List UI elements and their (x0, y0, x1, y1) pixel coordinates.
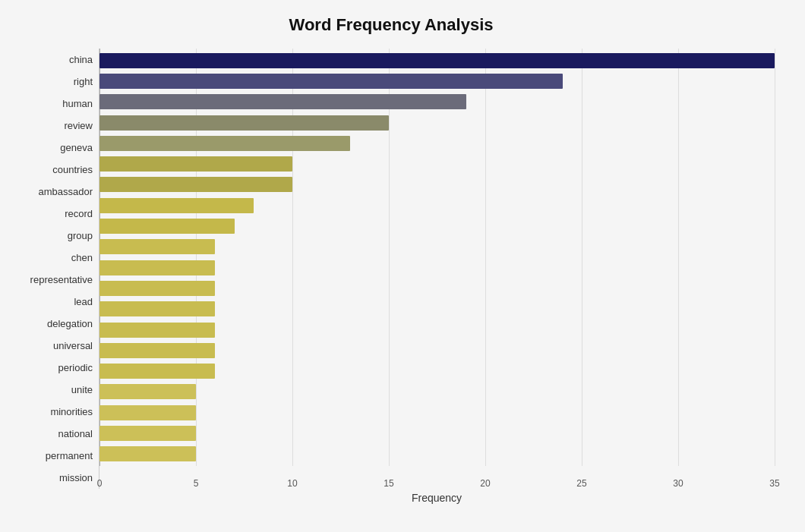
x-axis-labels: 05101520253035 (99, 467, 775, 489)
bar (99, 177, 292, 192)
bar-row (99, 299, 775, 319)
y-label: minorities (8, 402, 93, 422)
y-label: right (8, 72, 93, 92)
x-tick-label: 20 (480, 478, 490, 489)
bar (99, 260, 215, 275)
bars-wrapper (99, 49, 775, 466)
bar (99, 343, 215, 358)
chart-title: Word Frequency Analysis (8, 15, 775, 35)
y-label: group (8, 226, 93, 246)
y-label: national (8, 424, 93, 444)
bar-row (99, 134, 775, 153)
x-tick-label: 30 (673, 478, 683, 489)
bar-row (99, 71, 775, 91)
bar (99, 136, 350, 151)
bar (99, 156, 292, 172)
x-tick-label: 10 (287, 478, 297, 489)
y-label: delegation (8, 314, 93, 334)
x-tick-label: 15 (384, 478, 393, 489)
y-label: chen (8, 248, 93, 268)
bar-row (99, 444, 775, 464)
y-label: geneva (8, 138, 93, 158)
y-label: periodic (8, 358, 93, 378)
y-label: ambassador (8, 182, 93, 202)
x-tick-label: 0 (97, 478, 103, 489)
bar (99, 239, 215, 254)
bar-row (99, 341, 775, 360)
y-label: representative (8, 270, 93, 290)
bar-row (99, 196, 775, 216)
bar-row (99, 51, 775, 71)
x-axis-title: Frequency (99, 492, 775, 504)
y-label: review (8, 116, 93, 136)
grid-line (775, 49, 775, 466)
bar (99, 94, 466, 109)
bar (99, 364, 215, 379)
bar (99, 301, 215, 316)
y-label: universal (8, 336, 93, 356)
bar-row (99, 361, 775, 381)
bar-row (99, 175, 775, 194)
bar (99, 405, 196, 420)
y-label: human (8, 94, 93, 114)
bar-row (99, 320, 775, 340)
bar (99, 53, 775, 68)
bar-row (99, 113, 775, 133)
bar (99, 74, 563, 89)
bar (99, 323, 215, 338)
y-axis: chinarighthumanreviewgenevacountriesamba… (8, 49, 99, 489)
bar-row (99, 279, 775, 298)
bars-and-grid: 05101520253035 (99, 49, 775, 489)
y-label: record (8, 204, 93, 224)
x-tick-label: 35 (769, 478, 779, 489)
bar (99, 426, 196, 441)
bar-row (99, 92, 775, 112)
bar-row (99, 403, 775, 423)
bar-row (99, 258, 775, 278)
bar-row (99, 216, 775, 236)
bar (99, 446, 196, 461)
chart-area: chinarighthumanreviewgenevacountriesamba… (8, 49, 775, 489)
bar-row (99, 382, 775, 401)
x-tick-label: 5 (194, 478, 199, 489)
y-label: mission (8, 468, 93, 488)
y-label: lead (8, 292, 93, 312)
bar (99, 115, 389, 131)
y-label: unite (8, 380, 93, 400)
bar (99, 198, 254, 213)
x-tick-label: 25 (576, 478, 586, 489)
bar (99, 219, 235, 234)
bar-row (99, 237, 775, 257)
chart-container: Word Frequency Analysis chinarighthumanr… (0, 0, 805, 532)
y-label: china (8, 50, 93, 70)
bar-row (99, 423, 775, 443)
bar-row (99, 154, 775, 174)
y-label: countries (8, 160, 93, 180)
y-label: permanent (8, 446, 93, 466)
bar (99, 281, 215, 296)
bar (99, 384, 196, 399)
